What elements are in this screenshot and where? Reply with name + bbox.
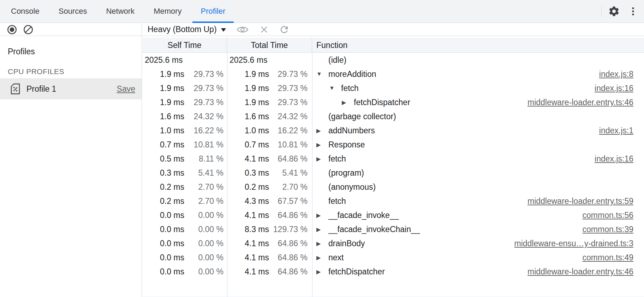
expand-arrow-icon[interactable]: ▶: [316, 156, 328, 162]
table-row[interactable]: 0.0 ms 0.00 % 4.1 ms 64.86 % ▶ next comm…: [142, 250, 644, 265]
tab-sources[interactable]: Sources: [49, 0, 97, 23]
column-header-total-time[interactable]: Total Time: [227, 38, 312, 52]
expand-arrow-icon[interactable]: ▶: [342, 99, 354, 106]
self-time-percent: 0.00 %: [184, 225, 223, 234]
self-time-ms: 0.0 ms: [145, 239, 184, 248]
column-header-self-time[interactable]: Self Time: [142, 38, 227, 52]
save-profile-link[interactable]: Save: [117, 84, 135, 94]
self-time-percent: 10.81 %: [184, 140, 223, 150]
expand-arrow-icon[interactable]: ▶: [316, 240, 328, 247]
function-name: next: [328, 253, 344, 262]
table-row[interactable]: 2025.6 ms 2025.6 ms (idle): [142, 53, 644, 67]
expand-arrow-icon[interactable]: ▶: [316, 254, 328, 261]
self-time-cell: 2025.6 ms: [142, 55, 227, 65]
expand-arrow-icon[interactable]: ▼: [316, 71, 328, 77]
function-name: __facade_invokeChain__: [328, 225, 420, 234]
source-location-link[interactable]: common.ts:39: [583, 225, 633, 234]
profile-name: Profile 1: [26, 84, 56, 94]
sidebar-item-profile[interactable]: Profile 1 Save: [0, 78, 142, 99]
table-row[interactable]: 1.9 ms 29.73 % 1.9 ms 29.73 % ▶ fetchDis…: [142, 95, 644, 109]
source-location-link[interactable]: middleware-ensu…y-drained.ts:3: [514, 239, 634, 248]
expand-arrow-icon[interactable]: ▶: [316, 141, 328, 148]
self-time-percent: 0.00 %: [184, 267, 223, 277]
tab-profiler[interactable]: Profiler: [191, 0, 235, 23]
settings-gear-icon[interactable]: [608, 5, 620, 17]
table-row[interactable]: 0.5 ms 8.11 % 4.1 ms 64.86 % ▶ fetch ind…: [142, 152, 644, 166]
table-row[interactable]: 1.0 ms 16.22 % 1.0 ms 16.22 % ▶ addNumbe…: [142, 123, 644, 138]
self-time-ms: 1.9 ms: [145, 69, 184, 79]
total-time-ms: 1.9 ms: [229, 69, 269, 79]
total-time-cell: 4.1 ms 64.86 %: [227, 211, 312, 220]
table-row[interactable]: 0.3 ms 5.41 % 0.3 ms 5.41 % (program): [142, 166, 644, 180]
function-cell: (idle): [312, 55, 644, 65]
profiler-record-controls: [0, 23, 142, 36]
table-row[interactable]: 0.7 ms 10.81 % 0.7 ms 10.81 % ▶ Response: [142, 138, 644, 152]
source-location-link[interactable]: middleware-loader.entry.ts:59: [527, 196, 633, 206]
source-location-link[interactable]: index.js:8: [599, 69, 633, 79]
function-cell: (anonymous): [312, 182, 644, 192]
restore-refresh-icon[interactable]: [279, 24, 290, 35]
total-time-percent: 29.73 %: [269, 98, 308, 107]
tab-memory[interactable]: Memory: [144, 0, 191, 23]
total-time-ms: 1.9 ms: [229, 98, 269, 107]
total-time-percent: 64.86 %: [269, 253, 308, 262]
self-time-ms: 0.0 ms: [145, 267, 184, 277]
table-row[interactable]: 0.2 ms 2.70 % 0.2 ms 2.70 % (anonymous): [142, 180, 644, 194]
function-name: fetch: [328, 196, 346, 206]
self-time-percent: 2.70 %: [184, 182, 223, 192]
function-cell: ▶ fetchDispatcher middleware-loader.entr…: [312, 267, 644, 277]
table-row[interactable]: 0.0 ms 0.00 % 4.1 ms 64.86 % ▶ __facade_…: [142, 208, 644, 222]
focus-eye-icon[interactable]: [236, 25, 249, 35]
source-location-link[interactable]: common.ts:49: [583, 253, 633, 262]
tab-console[interactable]: Console: [1, 0, 49, 23]
expand-arrow-icon[interactable]: ▼: [329, 85, 341, 91]
total-time-percent: 2.70 %: [269, 182, 308, 192]
total-time-percent: 64.86 %: [269, 239, 308, 248]
function-cell: ▶ fetch index.js:16: [312, 154, 644, 164]
table-row[interactable]: 0.0 ms 0.00 % 4.1 ms 64.86 % ▶ drainBody…: [142, 236, 644, 250]
tab-network[interactable]: Network: [96, 0, 144, 23]
exclude-x-icon[interactable]: [259, 25, 269, 35]
function-name: fetch: [341, 84, 359, 93]
self-time-cell: 0.2 ms 2.70 %: [142, 196, 227, 206]
source-location-link[interactable]: index.js:16: [595, 84, 633, 93]
toolbar-divider: [601, 6, 602, 17]
source-location-link[interactable]: index.js:16: [595, 154, 633, 164]
clear-icon[interactable]: [23, 24, 34, 35]
self-time-percent: 8.11 %: [184, 154, 223, 164]
cpu-profiles-section-title: CPU PROFILES: [8, 67, 64, 76]
self-time-percent: 5.41 %: [184, 168, 223, 178]
table-row[interactable]: 0.2 ms 2.70 % 4.3 ms 67.57 % fetch middl…: [142, 194, 644, 208]
function-name: fetchDispatcher: [328, 267, 385, 277]
expand-arrow-icon[interactable]: ▶: [316, 226, 328, 233]
chevron-down-icon: [221, 28, 226, 32]
total-time-percent: 24.32 %: [269, 112, 308, 121]
view-mode-dropdown[interactable]: Heavy (Bottom Up): [148, 25, 226, 34]
table-row[interactable]: 1.9 ms 29.73 % 1.9 ms 29.73 % ▼ moreAddi…: [142, 67, 644, 81]
function-name: moreAddition: [328, 69, 376, 79]
table-row[interactable]: 0.0 ms 0.00 % 8.3 ms 129.73 % ▶ __facade…: [142, 222, 644, 236]
source-location-link[interactable]: middleware-loader.entry.ts:46: [527, 98, 633, 107]
source-location-link[interactable]: middleware-loader.entry.ts:46: [527, 267, 633, 277]
table-row[interactable]: 1.9 ms 29.73 % 1.9 ms 29.73 % ▼ fetch in…: [142, 81, 644, 95]
self-time-cell: 0.0 ms 0.00 %: [142, 239, 227, 248]
expand-arrow-icon[interactable]: ▶: [316, 268, 328, 275]
self-time-cell: 1.9 ms 29.73 %: [142, 84, 227, 93]
total-time-ms: 1.0 ms: [229, 126, 269, 135]
expand-arrow-icon[interactable]: ▶: [316, 127, 328, 134]
expand-arrow-icon[interactable]: ▶: [316, 212, 328, 219]
function-name: (anonymous): [328, 182, 376, 192]
total-time-percent: 64.86 %: [269, 154, 308, 164]
table-row[interactable]: 0.0 ms 0.00 % 4.1 ms 64.86 % ▶ fetchDisp…: [142, 265, 644, 279]
function-cell: ▶ __facade_invokeChain__ common.ts:39: [312, 225, 644, 234]
table-row[interactable]: 1.6 ms 24.32 % 1.6 ms 24.32 % (garbage c…: [142, 109, 644, 123]
self-time-ms: 0.2 ms: [145, 196, 184, 206]
column-header-function[interactable]: Function: [312, 38, 644, 52]
self-time-cell: 0.2 ms 2.70 %: [142, 182, 227, 192]
more-kebab-icon[interactable]: [628, 6, 638, 17]
self-time-cell: 0.5 ms 8.11 %: [142, 154, 227, 164]
source-location-link[interactable]: index.js:1: [599, 126, 633, 135]
record-icon[interactable]: [7, 24, 17, 35]
self-time-percent: 16.22 %: [184, 126, 223, 135]
source-location-link[interactable]: common.ts:56: [583, 211, 633, 220]
